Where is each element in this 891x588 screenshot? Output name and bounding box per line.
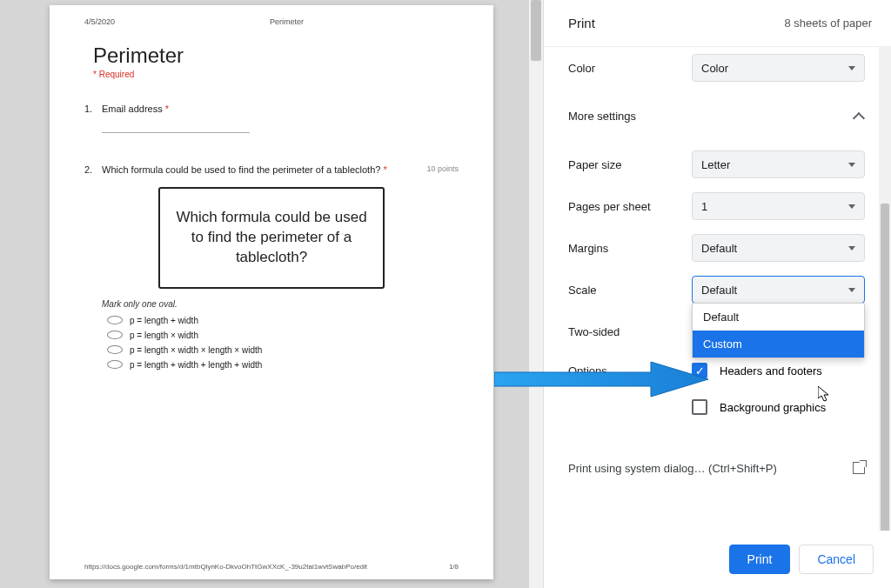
required-star: * bbox=[165, 104, 169, 114]
external-link-icon bbox=[853, 462, 865, 474]
document-page: 4/5/2020 Perimeter Perimeter * Required … bbox=[50, 5, 493, 579]
headers-footers-label: Headers and footers bbox=[720, 364, 822, 378]
paper-size-select[interactable]: Letter bbox=[692, 150, 865, 178]
dialog-buttons: Print Cancel bbox=[544, 531, 891, 588]
two-sided-label: Two-sided bbox=[568, 325, 692, 338]
margins-label: Margins bbox=[568, 242, 692, 255]
oval-icon bbox=[107, 345, 123, 354]
chevron-down-icon bbox=[848, 66, 855, 70]
more-settings-toggle[interactable]: More settings bbox=[544, 89, 891, 144]
select-value: Letter bbox=[701, 158, 730, 171]
question-text: Email address * bbox=[102, 104, 459, 114]
background-graphics-row: Background graphics bbox=[544, 394, 891, 420]
more-settings-label: More settings bbox=[568, 110, 636, 123]
select-value: Default bbox=[701, 242, 737, 255]
preview-scrollbar[interactable] bbox=[529, 0, 543, 588]
pages-per-sheet-select[interactable]: 1 bbox=[692, 192, 865, 220]
oval-icon bbox=[107, 316, 123, 324]
color-row: Color Color bbox=[544, 47, 891, 89]
scale-option-default[interactable]: Default bbox=[693, 304, 864, 331]
options-label: Options bbox=[568, 364, 692, 378]
print-preview-area: 4/5/2020 Perimeter Perimeter * Required … bbox=[0, 0, 543, 588]
option-row: p = length + width bbox=[107, 316, 459, 325]
scale-label: Scale bbox=[568, 284, 692, 297]
question-2: 2. Which formula could be used to find t… bbox=[84, 164, 459, 175]
settings-scrollbar[interactable] bbox=[879, 47, 891, 531]
chevron-down-icon bbox=[848, 246, 855, 251]
doc-header-title: Perimeter bbox=[270, 17, 304, 26]
oval-icon bbox=[107, 360, 123, 369]
print-button[interactable]: Print bbox=[729, 545, 791, 574]
option-row: p = length × width × length × width bbox=[107, 345, 459, 355]
paper-size-label: Paper size bbox=[568, 158, 692, 171]
margins-select[interactable]: Default bbox=[692, 234, 865, 262]
paper-size-row: Paper size Letter bbox=[544, 144, 891, 185]
pages-per-sheet-row: Pages per sheet 1 bbox=[544, 185, 891, 227]
print-dialog: Print 8 sheets of paper Color Color More… bbox=[543, 0, 891, 588]
question-text-label: Which formula could be used to find the … bbox=[102, 164, 380, 175]
scale-select[interactable]: Default Default Custom bbox=[692, 276, 865, 304]
required-star: * bbox=[383, 164, 386, 175]
sheet-count: 8 sheets of paper bbox=[785, 17, 872, 30]
email-input-line bbox=[102, 121, 250, 133]
question-number: 2. bbox=[84, 164, 102, 175]
chevron-down-icon bbox=[848, 288, 855, 292]
scale-row: Scale Default Default Custom bbox=[544, 269, 891, 311]
color-label: Color bbox=[568, 62, 692, 75]
question-image-box: Which formula could be used to find the … bbox=[158, 187, 385, 289]
scale-option-custom[interactable]: Custom bbox=[693, 331, 864, 357]
print-settings-body: Color Color More settings Paper size Let… bbox=[544, 46, 891, 531]
doc-date: 4/5/2020 bbox=[84, 17, 115, 26]
question-number: 1. bbox=[84, 104, 102, 114]
question-text: Which formula could be used to find the … bbox=[102, 164, 459, 175]
doc-title: Perimeter bbox=[93, 43, 459, 68]
chevron-down-icon bbox=[848, 163, 855, 167]
doc-page-number: 1/8 bbox=[449, 563, 459, 571]
doc-required-label: * Required bbox=[93, 70, 459, 79]
margins-row: Margins Default bbox=[544, 227, 891, 269]
question-text-label: Email address bbox=[102, 104, 163, 114]
chevron-up-icon bbox=[853, 111, 865, 124]
question-points: 10 points bbox=[426, 164, 459, 173]
headers-footers-checkbox[interactable]: ✓ bbox=[692, 363, 707, 378]
option-label: p = length × width bbox=[130, 331, 198, 340]
background-graphics-checkbox[interactable] bbox=[692, 399, 707, 415]
option-row: p = length + width + length + width bbox=[107, 360, 459, 370]
mark-hint: Mark only one oval. bbox=[102, 299, 459, 309]
option-label: p = length + width bbox=[130, 316, 198, 325]
chevron-down-icon bbox=[848, 204, 855, 209]
option-label: p = length + width + length + width bbox=[130, 360, 262, 370]
scrollbar-thumb[interactable] bbox=[531, 0, 541, 61]
doc-header-row: 4/5/2020 Perimeter bbox=[84, 17, 459, 26]
option-row: p = length × width bbox=[107, 331, 459, 340]
color-select[interactable]: Color bbox=[692, 54, 865, 82]
print-title: Print bbox=[568, 16, 595, 30]
print-header: Print 8 sheets of paper bbox=[544, 0, 891, 46]
system-dialog-label: Print using system dialog… (Ctrl+Shift+P… bbox=[568, 462, 777, 475]
cancel-button[interactable]: Cancel bbox=[799, 545, 874, 574]
system-dialog-row[interactable]: Print using system dialog… (Ctrl+Shift+P… bbox=[544, 438, 891, 485]
option-label: p = length × width × length × width bbox=[130, 345, 262, 355]
oval-icon bbox=[107, 331, 123, 339]
scale-dropdown: Default Custom bbox=[692, 303, 865, 358]
pages-per-sheet-label: Pages per sheet bbox=[568, 200, 692, 213]
doc-footer-url: https://docs.google.com/forms/d/1mtbQlyn… bbox=[84, 563, 367, 571]
doc-footer: https://docs.google.com/forms/d/1mtbQlyn… bbox=[84, 563, 459, 571]
scrollbar-thumb[interactable] bbox=[881, 204, 889, 531]
select-value: Color bbox=[701, 62, 728, 75]
background-graphics-label: Background graphics bbox=[720, 401, 826, 414]
select-value: 1 bbox=[701, 200, 707, 213]
select-value: Default bbox=[701, 284, 737, 297]
question-1: 1. Email address * bbox=[84, 104, 459, 114]
